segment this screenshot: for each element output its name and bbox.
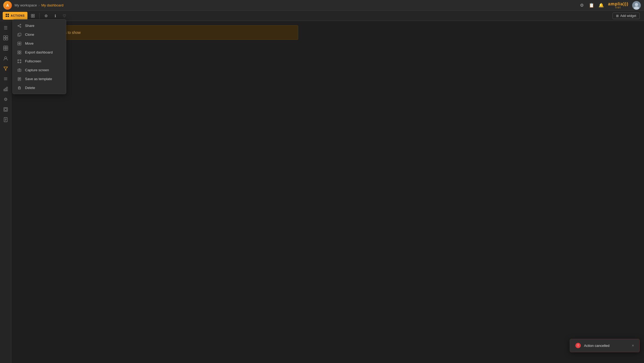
share-icon xyxy=(17,24,22,28)
clipboard-icon[interactable]: 📋 xyxy=(589,2,594,8)
content-area: 🙁 There are no widgets to show xyxy=(11,21,644,363)
capture-icon xyxy=(17,68,22,72)
sidebar-item-user[interactable] xyxy=(1,54,10,63)
svg-point-2 xyxy=(634,6,639,10)
sidebar-item-grid[interactable] xyxy=(1,44,10,53)
sidebar-item-chart[interactable] xyxy=(1,84,10,94)
menu-item-capture-label: Capture screen xyxy=(25,68,62,72)
svg-rect-28 xyxy=(5,108,7,111)
settings-icon[interactable]: ⚙ xyxy=(579,2,585,8)
svg-rect-13 xyxy=(3,38,5,40)
svg-rect-5 xyxy=(6,16,7,17)
sidebar-item-menu[interactable]: ☰ xyxy=(1,23,10,32)
settings-toolbar-button[interactable]: ⚙ xyxy=(42,12,50,20)
svg-rect-44 xyxy=(20,53,21,54)
toast-close-button[interactable]: × xyxy=(632,343,634,348)
svg-point-33 xyxy=(20,24,21,25)
brand-logo: amplia))) iiot xyxy=(608,2,628,9)
svg-rect-11 xyxy=(3,36,5,38)
svg-rect-45 xyxy=(18,69,21,72)
toast-error-icon: ! xyxy=(575,343,581,348)
svg-line-36 xyxy=(19,25,20,26)
menu-item-fullscreen[interactable]: Fullscreen xyxy=(13,57,66,66)
sidebar-item-dashboard[interactable] xyxy=(1,33,10,42)
menu-item-fullscreen-label: Fullscreen xyxy=(25,59,62,63)
fullscreen-icon xyxy=(17,59,22,63)
move-icon xyxy=(17,42,22,45)
menu-item-export-label: Export dashboard xyxy=(25,50,62,54)
notification-icon[interactable]: 🔔 xyxy=(598,2,604,8)
svg-rect-42 xyxy=(20,51,21,52)
topnav: A My workspace › My dashboard ⚙ 📋 🔔 ampl… xyxy=(0,0,644,11)
menu-item-template[interactable]: Save as template xyxy=(13,74,66,83)
sidebar-item-layers[interactable] xyxy=(1,105,10,114)
user-avatar[interactable] xyxy=(632,1,641,10)
sidebar-item-list[interactable] xyxy=(1,74,10,83)
menu-item-delete-label: Delete xyxy=(25,86,62,90)
toolbar: ACTIONS ⚙ ℹ ♡ ⊞ Add widget xyxy=(0,11,644,21)
menu-item-move[interactable]: Move xyxy=(13,39,66,48)
app-logo[interactable]: A xyxy=(3,1,12,10)
svg-rect-41 xyxy=(18,51,19,52)
toast-notification: ! Action cancelled × xyxy=(570,339,640,352)
menu-item-delete[interactable]: Delete xyxy=(13,83,66,92)
topnav-right: ⚙ 📋 🔔 amplia))) iiot xyxy=(579,1,641,10)
svg-rect-9 xyxy=(31,16,33,17)
svg-rect-3 xyxy=(6,14,7,15)
svg-rect-47 xyxy=(18,77,21,81)
add-widget-icon: ⊞ xyxy=(616,14,619,18)
info-button[interactable]: ℹ xyxy=(51,12,59,20)
svg-rect-7 xyxy=(31,14,33,16)
svg-point-34 xyxy=(20,26,21,27)
main-layout: ☰ xyxy=(0,21,644,363)
svg-rect-25 xyxy=(5,88,6,91)
actions-dropdown: Share Clone Move xyxy=(12,19,66,94)
sidebar-item-settings[interactable]: ⚙ xyxy=(1,95,10,104)
template-icon xyxy=(17,77,22,81)
clone-icon xyxy=(17,33,22,37)
menu-item-clone[interactable]: Clone xyxy=(13,30,66,39)
svg-line-37 xyxy=(19,26,20,27)
edit-button[interactable] xyxy=(29,12,37,20)
svg-rect-8 xyxy=(33,14,34,16)
svg-rect-14 xyxy=(6,38,8,40)
brand-text: amplia))) xyxy=(608,2,628,6)
delete-icon xyxy=(17,86,22,90)
svg-rect-43 xyxy=(18,53,19,54)
menu-item-move-label: Move xyxy=(25,41,62,45)
sidebar-item-filter[interactable] xyxy=(1,64,10,73)
toolbar-separator xyxy=(39,13,40,19)
svg-rect-52 xyxy=(18,87,20,89)
menu-item-export[interactable]: Export dashboard xyxy=(13,48,66,57)
actions-icon xyxy=(5,13,9,18)
add-widget-label: Add widget xyxy=(620,14,636,18)
svg-point-35 xyxy=(18,25,19,26)
add-widget-button[interactable]: ⊞ Add widget xyxy=(613,13,640,19)
menu-item-share[interactable]: Share xyxy=(13,21,66,30)
svg-point-46 xyxy=(19,70,20,71)
brand-sub: iiot xyxy=(615,6,621,9)
svg-rect-12 xyxy=(6,36,8,38)
menu-item-clone-label: Clone xyxy=(25,33,62,37)
sidebar-item-report[interactable] xyxy=(1,115,10,124)
breadcrumb: My workspace › My dashboard xyxy=(15,3,576,7)
svg-rect-39 xyxy=(19,33,21,36)
svg-rect-4 xyxy=(8,14,9,15)
actions-label: ACTIONS xyxy=(11,14,25,17)
svg-rect-26 xyxy=(6,87,8,91)
menu-item-capture[interactable]: Capture screen xyxy=(13,66,66,74)
breadcrumb-separator: › xyxy=(38,3,40,7)
menu-item-share-label: Share xyxy=(25,24,62,28)
logo-letter: A xyxy=(6,3,9,8)
menu-item-template-label: Save as template xyxy=(25,77,62,81)
toast-text: Action cancelled xyxy=(584,344,629,348)
favorite-button[interactable]: ♡ xyxy=(61,12,68,20)
svg-rect-24 xyxy=(4,89,5,91)
export-icon xyxy=(17,51,22,54)
breadcrumb-root[interactable]: My workspace xyxy=(15,3,37,7)
svg-rect-15 xyxy=(3,46,8,50)
actions-button[interactable]: ACTIONS xyxy=(3,12,27,20)
breadcrumb-current[interactable]: My dashboard xyxy=(41,3,63,7)
svg-rect-6 xyxy=(8,16,9,17)
svg-point-1 xyxy=(635,3,638,6)
